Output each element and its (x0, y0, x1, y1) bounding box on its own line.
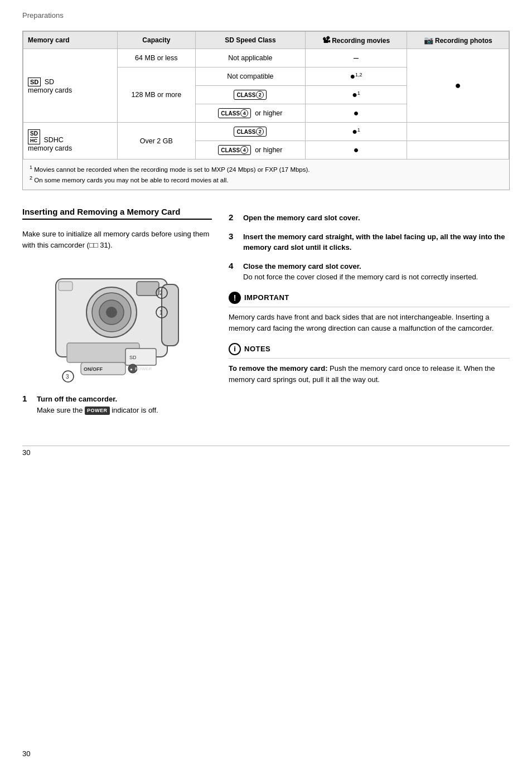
svg-text:2: 2 (159, 290, 163, 296)
svg-text:ON/OFF: ON/OFF (84, 366, 103, 372)
step-1-bold: Turn off the camcorder. (37, 395, 117, 403)
movies-cell: ● (305, 104, 407, 123)
step-4: 4 Close the memory card slot cover. Do n… (229, 261, 510, 283)
class4-badge: CLASS4 (218, 108, 251, 118)
svg-rect-7 (162, 284, 178, 346)
capacity-cell: 128 MB or more (117, 67, 195, 123)
speed-cell: CLASS2 (196, 123, 306, 141)
step-3-num: 3 (229, 231, 239, 241)
svg-point-4 (106, 307, 117, 318)
col-header-photos: 📷 Recording photos (407, 32, 509, 49)
section-title: Inserting and Removing a Memory Card (22, 207, 212, 220)
important-text: Memory cards have front and back sides t… (229, 312, 510, 334)
svg-text:SD: SD (129, 355, 137, 360)
sd-card-cell: SD SDmemory cards (23, 49, 118, 123)
photos-cell-sdhc2 (407, 141, 509, 159)
step-1: 1 Turn off the camcorder. Make sure the … (22, 394, 212, 415)
step-4-bold: Close the memory card slot cover. (243, 262, 361, 270)
col-header-memory: Memory card (23, 32, 118, 49)
movies-cell: ● (305, 141, 407, 159)
important-box: ! IMPORTANT Memory cards have front and … (229, 292, 510, 334)
step-3: 3 Insert the memory card straight, with … (229, 231, 510, 253)
step-2-bold: Open the memory card slot cover. (243, 214, 360, 222)
header-label: Preparations (22, 11, 64, 20)
movies-cell: – (305, 49, 407, 67)
notes-bold: To remove the memory card: (229, 364, 327, 373)
notes-header: i NOTES (229, 343, 510, 359)
speed-cell: Not applicable (196, 49, 306, 67)
table-row: SD SDmemory cards 64 MB or less Not appl… (23, 49, 509, 67)
step-3-content: Insert the memory card straight, with th… (243, 231, 510, 253)
table-section: Memory card Capacity SD Speed Class 📽 Re… (22, 31, 510, 190)
step-2: 2 Open the memory card slot cover. (229, 212, 510, 224)
important-icon: ! (229, 292, 241, 304)
step-2-num: 2 (229, 212, 239, 222)
movie-camera-icon: 📽 (322, 36, 330, 45)
step-2-content: Open the memory card slot cover. (243, 212, 360, 224)
table-row: SD HC SDHCmemory cards Over 2 GB CLASS2 … (23, 123, 509, 141)
step-4-num: 4 (229, 261, 239, 270)
right-column: 2 Open the memory card slot cover. 3 Ins… (229, 207, 510, 423)
svg-text:POWER: POWER (135, 366, 152, 371)
main-content: Inserting and Removing a Memory Card Mak… (22, 207, 510, 423)
intro-text: Make sure to initialize all memory cards… (22, 229, 212, 251)
power-badge: POWER (85, 407, 110, 415)
step-3-bold: Insert the memory card straight, with th… (243, 233, 505, 252)
page-number: 30 (22, 749, 30, 758)
step-4-content: Close the memory card slot cover. Do not… (243, 261, 478, 283)
photos-cell: ● (407, 49, 509, 123)
important-header: ! IMPORTANT (229, 292, 510, 307)
notes-label: NOTES (244, 345, 270, 353)
svg-text:3: 3 (66, 374, 69, 380)
step-1-num: 1 (22, 394, 32, 403)
photos-cell-sdhc1 (407, 123, 509, 141)
notes-icon: i (229, 343, 241, 355)
notes-box: i NOTES To remove the memory card: Push … (229, 343, 510, 385)
footnotes: 1 Movies cannot be recorded when the rec… (23, 159, 509, 190)
svg-rect-5 (137, 282, 159, 296)
notes-text: To remove the memory card: Push the memo… (229, 363, 510, 385)
speed-cell: CLASS4 or higher (196, 141, 306, 159)
class2-sdhc-badge: CLASS2 (234, 127, 267, 137)
memory-card-table: Memory card Capacity SD Speed Class 📽 Re… (23, 31, 509, 159)
page-number-bottom: 30 (22, 448, 30, 457)
speed-cell: CLASS4 or higher (196, 104, 306, 123)
camera-icon: 📷 (424, 36, 433, 45)
col-header-movies: 📽 Recording movies (305, 32, 407, 49)
svg-text:1: 1 (159, 309, 163, 316)
capacity-cell: Over 2 GB (117, 123, 195, 159)
col-header-speed: SD Speed Class (196, 32, 306, 49)
svg-text:●: ● (130, 367, 133, 372)
speed-cell: Not compatible (196, 67, 306, 86)
movies-cell: ●1 (305, 123, 407, 141)
footnote-2: 2 On some memory cards you may not be ab… (30, 175, 502, 185)
class2-badge: CLASS2 (234, 90, 267, 100)
left-column: Inserting and Removing a Memory Card Mak… (22, 207, 212, 423)
important-label: IMPORTANT (244, 293, 289, 302)
movies-cell: ●1 (305, 86, 407, 104)
class4-sdhc-badge: CLASS4 (218, 145, 251, 155)
sdhc-icon: SD HC (28, 129, 40, 145)
step-1-content: Turn off the camcorder. Make sure the PO… (37, 394, 158, 415)
sdhc-card-cell: SD HC SDHCmemory cards (23, 123, 118, 159)
camera-illustration: SD 2 1 ON/OFF ● POWER 3 (39, 262, 195, 385)
page-header: Preparations (22, 11, 510, 20)
speed-cell: CLASS2 (196, 86, 306, 104)
col-header-capacity: Capacity (117, 32, 195, 49)
step-4-detail: Do not force the cover closed if the mem… (243, 273, 478, 281)
capacity-cell: 64 MB or less (117, 49, 195, 67)
footnote-1: 1 Movies cannot be recorded when the rec… (30, 164, 502, 175)
sd-icon: SD (28, 78, 41, 86)
movies-cell: ●1,2 (305, 67, 407, 86)
svg-rect-6 (59, 282, 72, 291)
